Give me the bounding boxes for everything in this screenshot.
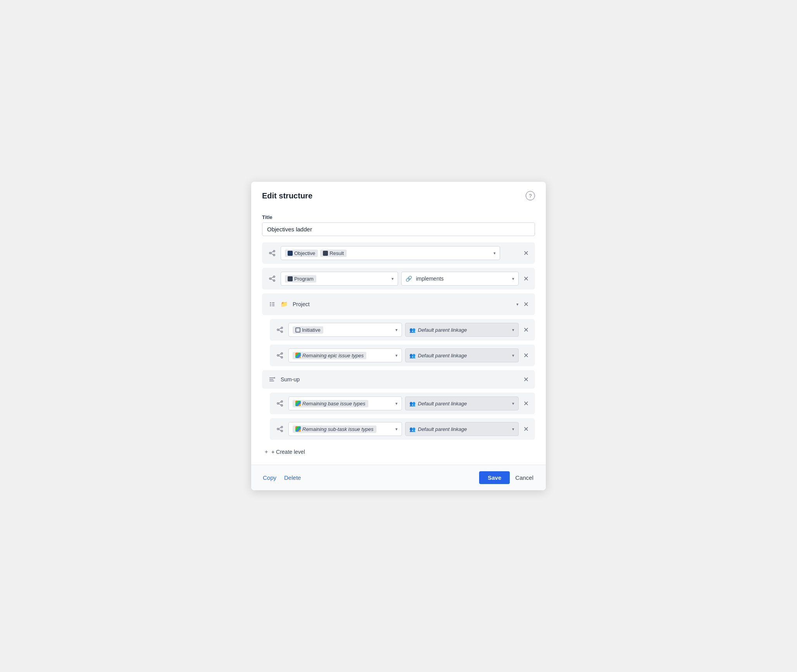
svg-line-38	[279, 427, 281, 429]
delete-button[interactable]: Delete	[283, 472, 302, 483]
svg-point-23	[281, 357, 283, 358]
svg-line-8	[271, 277, 273, 278]
select-box-inner: Remaining sub-task issue types	[293, 426, 393, 433]
chevron-down-icon: ▾	[512, 327, 514, 333]
svg-line-19	[279, 328, 281, 329]
chevron-down-icon: ▾	[493, 251, 496, 256]
footer-left-actions: Copy Delete	[262, 472, 302, 483]
svg-text:Σ: Σ	[274, 377, 276, 379]
sum-up-label: Sum-up	[281, 376, 519, 383]
select-box-level2-secondary[interactable]: 🔗 implements ▾	[401, 272, 519, 286]
select-box-level8-secondary[interactable]: 👥 Default parent linkage ▾	[405, 422, 519, 436]
level-secondary-select[interactable]: 👥 Default parent linkage ▾	[405, 323, 519, 337]
sum-up-icon: Σ	[267, 374, 278, 385]
chevron-down-icon: ▾	[395, 427, 398, 432]
svg-point-21	[277, 355, 279, 356]
level-secondary-select[interactable]: 👥 Default parent linkage ▾	[405, 396, 519, 410]
chevron-down-icon: ▾	[512, 276, 514, 281]
level-link-icon	[274, 324, 285, 335]
svg-line-9	[271, 279, 273, 280]
default-parent-linkage-label: Default parent linkage	[418, 327, 510, 333]
svg-line-33	[279, 402, 281, 403]
svg-point-31	[281, 401, 283, 402]
remove-level4-button[interactable]: ✕	[522, 325, 530, 335]
people-icon: 👥	[409, 353, 416, 358]
select-box-level2[interactable]: Program ▾	[281, 272, 398, 286]
remove-level2-button[interactable]: ✕	[522, 274, 530, 284]
level-main-select[interactable]: Initiative ▾	[288, 323, 402, 337]
title-input[interactable]	[262, 222, 535, 236]
select-box-level7-secondary[interactable]: 👥 Default parent linkage ▾	[405, 396, 519, 410]
level-main-select[interactable]: Remaining sub-task issue types ▾	[288, 422, 402, 436]
level-row: Initiative ▾ 👥 Default parent linkage ▾ …	[270, 319, 535, 341]
remove-sum-up-button[interactable]: ✕	[522, 375, 530, 384]
tag-remaining-subtask: Remaining sub-task issue types	[293, 426, 376, 433]
level-row: Program ▾ 🔗 implements ▾ ✕	[262, 268, 535, 289]
select-box-level4[interactable]: Initiative ▾	[288, 323, 402, 337]
level-secondary-select[interactable]: 👥 Default parent linkage ▾	[405, 348, 519, 362]
svg-point-32	[281, 405, 283, 406]
level-main-select[interactable]: Objective Result ▾	[281, 246, 500, 260]
select-box-level3[interactable]: 📁 Project ▾	[281, 297, 519, 311]
svg-line-3	[271, 252, 273, 253]
copy-button[interactable]: Copy	[262, 472, 277, 483]
level-main-select[interactable]: Remaining epic issue types ▾	[288, 348, 402, 362]
implements-label: implements	[416, 276, 510, 282]
remove-level7-button[interactable]: ✕	[522, 399, 530, 408]
select-box-level5-secondary[interactable]: 👥 Default parent linkage ▾	[405, 348, 519, 362]
select-box-level8[interactable]: Remaining sub-task issue types ▾	[288, 422, 402, 436]
remove-level1-button[interactable]: ✕	[522, 248, 530, 258]
svg-line-34	[279, 404, 281, 405]
level-link-icon	[274, 424, 285, 434]
tag-program: Program	[285, 275, 316, 283]
svg-point-1	[273, 250, 275, 252]
select-box-inner: Remaining base issue types	[293, 400, 393, 407]
chevron-down-icon: ▾	[512, 401, 514, 406]
people-icon: 👥	[409, 401, 416, 407]
level-link-icon	[274, 350, 285, 361]
select-box-level5[interactable]: Remaining epic issue types ▾	[288, 348, 402, 362]
level-secondary-select[interactable]: 🔗 implements ▾	[401, 272, 519, 286]
cancel-button[interactable]: Cancel	[514, 471, 535, 484]
people-icon: 👥	[409, 327, 416, 333]
create-level-button[interactable]: ＋ + Create level	[262, 444, 535, 457]
modal-body: Title	[251, 207, 546, 465]
svg-line-39	[279, 429, 281, 431]
level-secondary-select[interactable]: 👥 Default parent linkage ▾	[405, 422, 519, 436]
svg-line-20	[279, 330, 281, 331]
level-row: Remaining sub-task issue types ▾ 👥 Defau…	[270, 418, 535, 440]
select-box-inner: Remaining epic issue types	[293, 352, 393, 359]
rainbow3-icon	[295, 426, 301, 432]
select-box-level1[interactable]: Objective Result ▾	[281, 246, 500, 260]
rainbow2-icon	[295, 401, 301, 406]
remove-level8-button[interactable]: ✕	[522, 424, 530, 434]
chevron-down-icon: ▾	[395, 353, 398, 358]
level-link-icon	[267, 248, 278, 258]
tag-initiative: Initiative	[293, 326, 323, 334]
folder-icon: 📁	[281, 301, 288, 308]
select-box-inner: Initiative	[293, 326, 393, 334]
svg-point-37	[281, 430, 283, 432]
level-row: 📁 Project ▾ ✕	[262, 293, 535, 315]
level-main-select[interactable]: 📁 Project ▾	[281, 297, 519, 311]
level-main-select[interactable]: Remaining base issue types ▾	[288, 396, 402, 410]
level-row: Remaining epic issue types ▾ 👥 Default p…	[270, 345, 535, 366]
chevron-down-icon: ▾	[516, 302, 519, 307]
select-box-level7[interactable]: Remaining base issue types ▾	[288, 396, 402, 410]
level-main-select[interactable]: Program ▾	[281, 272, 398, 286]
select-box-level4-secondary[interactable]: 👥 Default parent linkage ▾	[405, 323, 519, 337]
rainbow-icon	[295, 353, 301, 358]
link-icon: 🔗	[405, 276, 412, 282]
objective-icon	[288, 251, 293, 256]
remove-level3-button[interactable]: ✕	[522, 300, 530, 309]
edit-structure-modal: Edit structure ? Title	[251, 182, 546, 490]
chevron-down-icon: ▾	[395, 327, 398, 333]
svg-point-36	[281, 426, 283, 428]
svg-line-24	[279, 354, 281, 355]
svg-line-4	[271, 253, 273, 255]
level-row: Objective Result ▾ ✕	[262, 242, 535, 264]
help-icon[interactable]: ?	[526, 191, 535, 200]
save-button[interactable]: Save	[479, 471, 510, 484]
remove-level5-button[interactable]: ✕	[522, 351, 530, 360]
plus-icon: ＋	[264, 448, 269, 455]
